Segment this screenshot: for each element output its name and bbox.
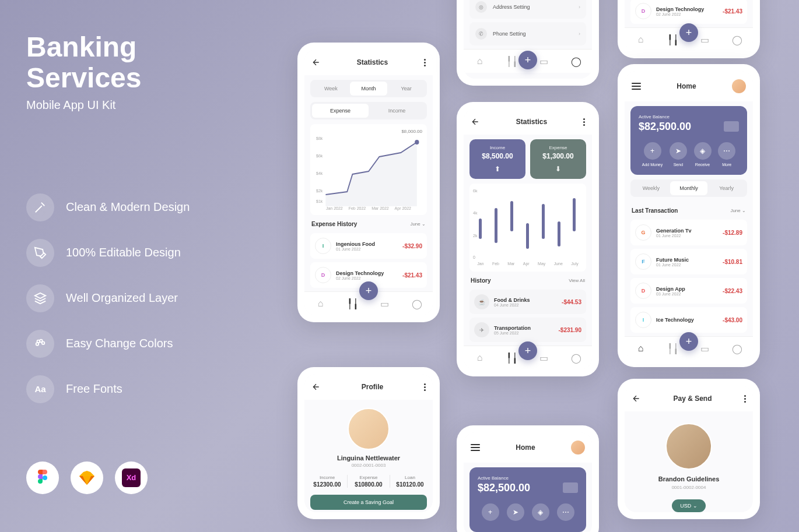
txn-amount: -$44.53 [562, 299, 581, 305]
home-nav-icon[interactable]: ⌂ [635, 343, 647, 354]
history-item[interactable]: ✈ Transportation05 June 2022 -$231.90 [469, 318, 586, 342]
send-action[interactable]: ➤ [507, 503, 524, 524]
txn-date: 01 June 2022 [656, 263, 723, 267]
recipient-name: Brandon Guidelines [625, 475, 753, 482]
create-saving-goal-button[interactable]: Create a Saving Goal [310, 495, 427, 510]
menu-icon[interactable] [632, 83, 641, 90]
feature-item: Well Organized Layer [26, 284, 271, 312]
stats-nav-icon[interactable]: ╿╽ [667, 343, 679, 354]
tab-weekly[interactable]: Weekly [632, 181, 670, 195]
tab-month[interactable]: Month [350, 82, 388, 96]
add-money-action[interactable]: +Add Money [642, 142, 663, 167]
more-icon[interactable] [424, 59, 426, 66]
tab-week[interactable]: Week [312, 82, 350, 96]
home-nav-icon[interactable]: ⌂ [474, 352, 486, 364]
fab-add-button[interactable]: + [679, 332, 698, 351]
wallet-nav-icon[interactable]: ▭ [379, 298, 391, 309]
tab-monthly[interactable]: Monthly [670, 181, 708, 195]
currency-dropdown[interactable]: USD ⌄ [672, 499, 706, 512]
wallet-nav-icon[interactable]: ▭ [538, 352, 550, 364]
balance-label: Active Balance [478, 475, 578, 481]
profile-nav-icon[interactable]: ◯ [411, 298, 423, 309]
fab-add-button[interactable]: + [679, 23, 698, 42]
profile-nav-icon[interactable]: ◯ [731, 34, 743, 45]
home-nav-icon[interactable]: ⌂ [474, 55, 486, 67]
svg-point-1 [42, 341, 45, 344]
transaction-item[interactable]: I Ingenious Food01 June 2022 -$32.90 [310, 233, 427, 259]
toggle-expense[interactable]: Expense [312, 104, 369, 118]
back-icon[interactable] [311, 58, 321, 67]
profile-nav-icon[interactable]: ◯ [570, 352, 582, 364]
wallet-nav-icon[interactable]: ▭ [538, 55, 550, 67]
transaction-item[interactable]: D Design Technology02 June 2022 -$21.43 [630, 0, 747, 24]
view-all-link[interactable]: View All [569, 278, 585, 283]
avatar[interactable] [732, 79, 746, 93]
balance-card: Active Balance $82,500.00 + ➤ ◈ ⋯ [469, 467, 586, 532]
txn-amount: -$12.89 [723, 230, 742, 236]
more-icon[interactable] [583, 118, 585, 126]
more-icon[interactable] [424, 383, 426, 391]
stat-label: Income [475, 145, 520, 150]
expense-card[interactable]: Expense $1,300.00 ⬇ [530, 139, 586, 179]
bar [479, 219, 482, 239]
profile-nav-icon[interactable]: ◯ [731, 343, 743, 354]
feature-text: Free Fonts [66, 382, 122, 396]
stats-nav-icon[interactable]: ╿╽ [667, 34, 679, 45]
transaction-item[interactable]: IIce Technology-$43.00 [630, 307, 747, 333]
back-icon[interactable] [632, 394, 641, 403]
filter-dropdown[interactable]: June ⌄ [410, 221, 426, 227]
transaction-item[interactable]: FFuture Music01 June 2022-$10.81 [630, 249, 747, 274]
history-title: History [471, 277, 490, 284]
wand-icon [26, 193, 54, 221]
more-action[interactable]: ⋯More [718, 142, 735, 167]
tab-year[interactable]: Year [387, 82, 425, 96]
stats-nav-icon[interactable]: ╿╽ [506, 352, 518, 364]
back-icon[interactable] [471, 117, 480, 126]
txn-icon: G [635, 224, 651, 241]
action-label: Add Money [642, 163, 663, 167]
recipient-avatar[interactable] [665, 423, 712, 470]
page-title: Statistics [480, 118, 583, 126]
menu-icon[interactable] [471, 444, 480, 451]
more-action[interactable]: ⋯ [557, 503, 574, 524]
income-card[interactable]: Income $8,500.00 ⬆ [469, 139, 525, 179]
hero-title: Banking Services [26, 32, 271, 94]
profile-nav-icon[interactable]: ◯ [570, 55, 582, 67]
transaction-item[interactable]: GGeneration Tv01 June 2022-$12.89 [630, 220, 747, 245]
home-nav-icon[interactable]: ⌂ [315, 298, 327, 309]
phone-pay-send: Pay & Send Brandon Guidelines 0001-0002-… [618, 379, 760, 519]
phone-setting-item[interactable]: ✆ Phone Setting › [469, 22, 586, 45]
more-icon[interactable] [744, 395, 746, 403]
wallet-nav-icon[interactable]: ▭ [699, 34, 711, 45]
avatar[interactable] [571, 441, 585, 455]
back-icon[interactable] [311, 382, 321, 392]
stats-nav-icon[interactable]: ╿╽ [506, 55, 518, 67]
fab-add-button[interactable]: + [359, 281, 378, 300]
add-money-action[interactable]: + [482, 503, 499, 524]
profile-avatar[interactable] [348, 408, 390, 450]
figma-icon [26, 461, 59, 494]
home-nav-icon[interactable]: ⌂ [635, 34, 647, 45]
receive-action[interactable]: ◈Receive [694, 142, 712, 167]
wallet-nav-icon[interactable]: ▭ [699, 343, 711, 354]
txn-amount: -$43.00 [723, 317, 742, 323]
bar-chart: 6k 4k 2k 0 JanFebMarAprMayJuneJuly [469, 184, 586, 272]
txn-amount: -$32.90 [402, 243, 422, 249]
stats-nav-icon[interactable]: ╿╽ [347, 298, 359, 309]
transaction-item[interactable]: DDesign App03 June 2022-$22.43 [630, 278, 747, 304]
xtick: Apr [523, 262, 530, 266]
receive-action[interactable]: ◈ [532, 503, 549, 524]
toggle-income[interactable]: Income [369, 104, 425, 118]
send-action[interactable]: ➤Send [670, 142, 687, 167]
filter-dropdown[interactable]: June ⌄ [730, 208, 746, 213]
txn-amount: -$231.90 [559, 327, 581, 333]
txn-date: 01 June 2022 [336, 247, 402, 251]
tab-yearly[interactable]: Yearly [707, 181, 745, 195]
fab-add-button[interactable]: + [518, 341, 537, 360]
txn-icon: F [635, 253, 651, 270]
fab-add-button[interactable]: + [518, 51, 537, 69]
history-item[interactable]: ☕ Food & Drinks04 June 2022 -$44.53 [469, 290, 586, 314]
setting-label: Address Setting [493, 4, 579, 10]
address-setting-item[interactable]: ◎ Address Setting › [469, 0, 586, 19]
palette-icon [26, 330, 54, 358]
